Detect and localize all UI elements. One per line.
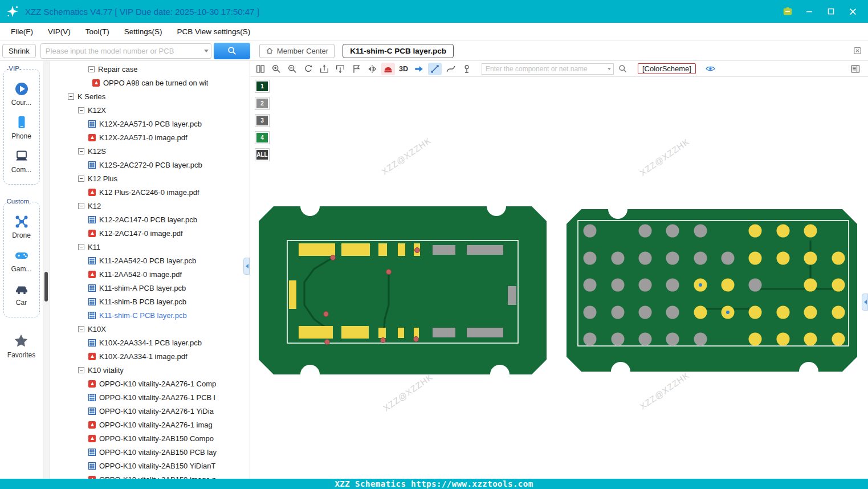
tree-file[interactable]: OPPO-K10 vitality-2AB150 Compo bbox=[50, 431, 250, 445]
tree-file[interactable]: OPPO A98 can be turned on wit bbox=[50, 76, 250, 89]
tree-file[interactable]: K10X-2AA334-1 PCB layer.pcb bbox=[50, 336, 250, 349]
tree-file[interactable]: K12-2AC147-0 PCB layer.pcb bbox=[50, 213, 250, 226]
sidebar-item-drone[interactable]: Drone bbox=[4, 214, 39, 239]
menu-vip[interactable]: VIP(V) bbox=[40, 23, 78, 41]
tree-file[interactable]: K11-shim-A PCB layer.pcb bbox=[50, 281, 250, 295]
sidebar-item-computer[interactable]: Com... bbox=[4, 148, 39, 174]
tree-folder[interactable]: K12 bbox=[50, 199, 250, 213]
pcb-toolbar: 3D [ColorScheme] bbox=[250, 61, 868, 77]
tree-file[interactable]: K10X-2AA334-1 image.pdf bbox=[50, 349, 250, 363]
view-top-icon[interactable] bbox=[317, 63, 331, 75]
maximize-button[interactable] bbox=[826, 6, 836, 17]
menu-file[interactable]: File(F) bbox=[3, 23, 40, 41]
probe-pin-icon[interactable] bbox=[460, 63, 474, 75]
tree-folder[interactable]: K12X bbox=[50, 103, 250, 117]
search-button[interactable] bbox=[214, 43, 250, 59]
collapse-toggle-icon[interactable] bbox=[78, 203, 84, 209]
tree-folder[interactable]: K12 Plus bbox=[50, 172, 250, 185]
member-center-button[interactable]: Member Center bbox=[259, 44, 335, 58]
tree-file[interactable]: OPPO-K10 vitality-2AB150 YiDianT bbox=[50, 459, 250, 472]
sidebar-item-car[interactable]: Car bbox=[4, 281, 39, 307]
tree-file[interactable]: OPPO-K10 vitality-2AA276-1 imag bbox=[50, 418, 250, 431]
collapse-toggle-icon[interactable] bbox=[78, 326, 84, 332]
tree-file[interactable]: OPPO-K10 vitality-2AA276-1 PCB l bbox=[50, 390, 250, 404]
tree-file[interactable]: K11-2AA542-0 PCB layer.pcb bbox=[50, 254, 250, 267]
tree-file[interactable]: K12 Plus-2AC246-0 image.pdf bbox=[50, 185, 250, 199]
tree-file[interactable]: K12S-2AC272-0 PCB layer.pcb bbox=[50, 158, 250, 172]
pcb-file-icon bbox=[88, 216, 96, 223]
tree-folder[interactable]: K Series bbox=[50, 89, 250, 103]
tree-file[interactable]: OPPO-K10 vitality-2AB150 PCB lay bbox=[50, 445, 250, 459]
tree-file[interactable]: K12X-2AA571-0 PCB layer.pcb bbox=[50, 117, 250, 131]
tree-folder[interactable]: K10 vitality bbox=[50, 363, 250, 377]
tree-file[interactable]: K12-2AC147-0 image.pdf bbox=[50, 226, 250, 240]
collapse-right-handle[interactable] bbox=[862, 294, 868, 311]
tree-folder[interactable]: K12S bbox=[50, 144, 250, 158]
close-button[interactable] bbox=[847, 6, 858, 17]
layer-button-3[interactable]: 3 bbox=[255, 114, 270, 127]
layer-button-4[interactable]: 4 bbox=[255, 131, 270, 144]
collapse-toggle-icon[interactable] bbox=[78, 244, 84, 250]
collapse-tree-handle[interactable] bbox=[243, 258, 250, 275]
pdf-file-icon bbox=[88, 134, 96, 141]
sidebar-item-game[interactable]: Gam... bbox=[4, 247, 39, 273]
menu-settings[interactable]: Settings(S) bbox=[117, 23, 170, 41]
tree-file[interactable]: OPPO-K10 vitality-2AB150 image.p bbox=[50, 472, 250, 479]
tree-file[interactable]: OPPO-K10 vitality-2AA276-1 YiDia bbox=[50, 404, 250, 418]
model-search-combo[interactable] bbox=[40, 43, 211, 59]
tree-folder[interactable]: Repair case bbox=[50, 62, 250, 76]
tree-file[interactable]: K12X-2AA571-0 image.pdf bbox=[50, 131, 250, 144]
close-view-icon[interactable] bbox=[853, 46, 862, 55]
pcb-canvas[interactable]: 1234ALL XZZ@XZZHKXZZ@XZZHKXZZ@XZZHKXZZ@X… bbox=[250, 77, 868, 479]
collapse-toggle-icon[interactable] bbox=[78, 176, 84, 182]
colorscheme-button[interactable]: [ColorScheme] bbox=[638, 63, 696, 74]
search-icon[interactable] bbox=[616, 63, 630, 75]
split-view-icon[interactable] bbox=[254, 63, 267, 75]
menu-tool[interactable]: Tool(T) bbox=[78, 23, 117, 41]
zoom-out-icon[interactable] bbox=[286, 63, 299, 75]
measure-line-icon[interactable] bbox=[428, 63, 442, 75]
tree-file[interactable]: K11-shim-C PCB layer.pcb bbox=[50, 308, 250, 322]
zoom-in-icon[interactable] bbox=[270, 63, 283, 75]
chevron-down-icon[interactable] bbox=[202, 47, 211, 55]
thermal-mode-icon[interactable] bbox=[381, 63, 395, 75]
3d-button[interactable]: 3D bbox=[397, 63, 410, 75]
license-badge-icon[interactable] bbox=[783, 6, 793, 17]
tree-folder[interactable]: K10X bbox=[50, 322, 250, 336]
sidebar-item-favorites[interactable]: Favorites bbox=[7, 332, 35, 359]
tree-file[interactable]: K11-shim-B PCB layer.pcb bbox=[50, 295, 250, 308]
layer-button-1[interactable]: 1 bbox=[255, 80, 270, 93]
minimize-button[interactable] bbox=[804, 6, 814, 17]
flag-icon[interactable] bbox=[349, 63, 363, 75]
collapse-toggle-icon[interactable] bbox=[78, 367, 84, 373]
tab-pcb-file[interactable]: K11-shim-C PCB layer.pcb bbox=[343, 44, 454, 58]
rotate-icon[interactable] bbox=[301, 63, 315, 75]
sidebar-item-phone[interactable]: Phone bbox=[4, 115, 39, 140]
layer-button-all[interactable]: ALL bbox=[255, 148, 270, 161]
tree-item-label: Repair case bbox=[98, 65, 137, 74]
shrink-button[interactable]: Shrink bbox=[2, 44, 36, 58]
collapse-toggle-icon[interactable] bbox=[78, 148, 84, 154]
model-search-input[interactable] bbox=[41, 47, 202, 55]
tree-folder[interactable]: K11 bbox=[50, 240, 250, 254]
chevron-down-icon[interactable] bbox=[605, 66, 613, 72]
sidebar-item-course[interactable]: Cour... bbox=[4, 81, 39, 107]
eye-icon[interactable] bbox=[704, 63, 718, 75]
curve-icon[interactable] bbox=[444, 63, 458, 75]
collapse-toggle-icon[interactable] bbox=[78, 107, 84, 113]
collapse-toggle-icon[interactable] bbox=[88, 66, 95, 72]
jump-arrow-icon[interactable] bbox=[412, 63, 426, 75]
collapse-toggle-icon[interactable] bbox=[68, 93, 74, 100]
menu-pcb-view-settings[interactable]: PCB View settings(S) bbox=[170, 23, 258, 41]
view-bottom-icon[interactable] bbox=[333, 63, 347, 75]
panel-toggle-icon[interactable] bbox=[849, 63, 862, 75]
net-search-input[interactable] bbox=[482, 65, 605, 73]
title-bar: XZZ Schematics V4.77 [ VIP Due date: 202… bbox=[0, 0, 868, 23]
flip-horizontal-icon[interactable] bbox=[365, 63, 379, 75]
scrollbar-thumb[interactable] bbox=[44, 272, 48, 301]
layer-button-2[interactable]: 2 bbox=[255, 97, 270, 110]
tree-scrollbar[interactable] bbox=[43, 61, 50, 479]
tree-file[interactable]: OPPO-K10 vitality-2AA276-1 Comp bbox=[50, 377, 250, 390]
tree-file[interactable]: K11-2AA542-0 image.pdf bbox=[50, 267, 250, 281]
net-search-combo[interactable] bbox=[482, 63, 614, 75]
